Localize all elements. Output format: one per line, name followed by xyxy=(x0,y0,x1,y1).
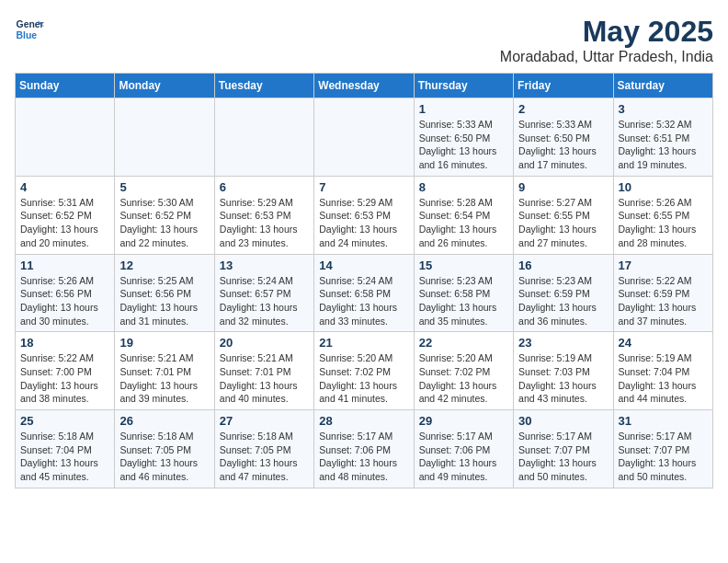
calendar-cell: 23Sunrise: 5:19 AM Sunset: 7:03 PM Dayli… xyxy=(514,332,613,410)
day-number: 12 xyxy=(119,259,209,272)
location-title: Moradabad, Uttar Pradesh, India xyxy=(500,49,713,65)
day-info: Sunrise: 5:23 AM Sunset: 6:59 PM Dayligh… xyxy=(518,274,608,328)
calendar-cell: 6Sunrise: 5:29 AM Sunset: 6:53 PM Daylig… xyxy=(214,176,313,254)
calendar-cell: 5Sunrise: 5:30 AM Sunset: 6:52 PM Daylig… xyxy=(115,176,214,254)
day-info: Sunrise: 5:30 AM Sunset: 6:52 PM Dayligh… xyxy=(119,196,209,250)
day-number: 11 xyxy=(20,259,109,272)
day-number: 5 xyxy=(119,180,209,194)
page-header: General Blue May 2025 Moradabad, Uttar P… xyxy=(15,15,713,65)
week-row-2: 4Sunrise: 5:31 AM Sunset: 6:52 PM Daylig… xyxy=(16,176,713,254)
calendar-cell: 30Sunrise: 5:17 AM Sunset: 7:07 PM Dayli… xyxy=(514,410,613,488)
header-monday: Monday xyxy=(115,74,214,98)
calendar-header-row: SundayMondayTuesdayWednesdayThursdayFrid… xyxy=(16,74,713,98)
calendar-cell: 18Sunrise: 5:22 AM Sunset: 7:00 PM Dayli… xyxy=(16,332,115,410)
day-number: 23 xyxy=(518,336,608,350)
header-saturday: Saturday xyxy=(613,74,712,98)
calendar-cell: 28Sunrise: 5:17 AM Sunset: 7:06 PM Dayli… xyxy=(314,410,414,488)
logo: General Blue xyxy=(15,15,44,44)
calendar-cell xyxy=(115,98,214,177)
header-tuesday: Tuesday xyxy=(214,74,313,98)
day-number: 29 xyxy=(419,414,508,428)
header-thursday: Thursday xyxy=(414,74,513,98)
day-number: 31 xyxy=(619,414,708,428)
calendar-cell: 24Sunrise: 5:19 AM Sunset: 7:04 PM Dayli… xyxy=(613,332,712,410)
day-info: Sunrise: 5:23 AM Sunset: 6:58 PM Dayligh… xyxy=(419,274,508,328)
calendar-cell xyxy=(314,98,414,177)
day-info: Sunrise: 5:20 AM Sunset: 7:02 PM Dayligh… xyxy=(419,351,508,406)
day-info: Sunrise: 5:18 AM Sunset: 7:05 PM Dayligh… xyxy=(220,430,309,484)
calendar-cell: 15Sunrise: 5:23 AM Sunset: 6:58 PM Dayli… xyxy=(414,254,513,332)
calendar-cell: 27Sunrise: 5:18 AM Sunset: 7:05 PM Dayli… xyxy=(214,410,313,488)
day-info: Sunrise: 5:22 AM Sunset: 7:00 PM Dayligh… xyxy=(20,351,109,406)
calendar-cell: 25Sunrise: 5:18 AM Sunset: 7:04 PM Dayli… xyxy=(16,410,115,488)
week-row-1: 1Sunrise: 5:33 AM Sunset: 6:50 PM Daylig… xyxy=(16,98,713,177)
day-number: 1 xyxy=(419,102,508,116)
calendar-cell: 12Sunrise: 5:25 AM Sunset: 6:56 PM Dayli… xyxy=(115,254,214,332)
day-number: 9 xyxy=(518,180,608,194)
header-wednesday: Wednesday xyxy=(314,74,414,98)
day-number: 15 xyxy=(419,259,508,272)
day-info: Sunrise: 5:28 AM Sunset: 6:54 PM Dayligh… xyxy=(419,196,508,250)
day-number: 6 xyxy=(220,180,309,194)
logo-icon: General Blue xyxy=(15,15,44,44)
calendar-cell: 26Sunrise: 5:18 AM Sunset: 7:05 PM Dayli… xyxy=(115,410,214,488)
day-info: Sunrise: 5:24 AM Sunset: 6:57 PM Dayligh… xyxy=(220,274,309,328)
calendar-cell: 31Sunrise: 5:17 AM Sunset: 7:07 PM Dayli… xyxy=(613,410,712,488)
month-title: May 2025 xyxy=(500,15,713,49)
calendar-cell: 4Sunrise: 5:31 AM Sunset: 6:52 PM Daylig… xyxy=(16,176,115,254)
day-info: Sunrise: 5:22 AM Sunset: 6:59 PM Dayligh… xyxy=(619,274,708,328)
calendar-cell: 10Sunrise: 5:26 AM Sunset: 6:55 PM Dayli… xyxy=(613,176,712,254)
day-info: Sunrise: 5:17 AM Sunset: 7:06 PM Dayligh… xyxy=(419,430,508,484)
day-info: Sunrise: 5:17 AM Sunset: 7:06 PM Dayligh… xyxy=(319,430,408,484)
day-info: Sunrise: 5:21 AM Sunset: 7:01 PM Dayligh… xyxy=(220,351,309,406)
calendar-cell: 29Sunrise: 5:17 AM Sunset: 7:06 PM Dayli… xyxy=(414,410,513,488)
calendar-cell: 22Sunrise: 5:20 AM Sunset: 7:02 PM Dayli… xyxy=(414,332,513,410)
calendar-cell: 8Sunrise: 5:28 AM Sunset: 6:54 PM Daylig… xyxy=(414,176,513,254)
week-row-4: 18Sunrise: 5:22 AM Sunset: 7:00 PM Dayli… xyxy=(16,332,713,410)
day-info: Sunrise: 5:18 AM Sunset: 7:04 PM Dayligh… xyxy=(20,430,109,484)
calendar-cell xyxy=(214,98,313,177)
day-info: Sunrise: 5:31 AM Sunset: 6:52 PM Dayligh… xyxy=(20,196,109,250)
calendar-cell: 2Sunrise: 5:33 AM Sunset: 6:50 PM Daylig… xyxy=(514,98,613,177)
day-number: 25 xyxy=(20,414,109,428)
calendar-cell: 20Sunrise: 5:21 AM Sunset: 7:01 PM Dayli… xyxy=(214,332,313,410)
day-number: 27 xyxy=(220,414,309,428)
day-info: Sunrise: 5:25 AM Sunset: 6:56 PM Dayligh… xyxy=(119,274,209,328)
day-number: 10 xyxy=(619,180,708,194)
day-info: Sunrise: 5:18 AM Sunset: 7:05 PM Dayligh… xyxy=(119,430,209,484)
day-info: Sunrise: 5:19 AM Sunset: 7:04 PM Dayligh… xyxy=(619,351,708,406)
calendar-cell: 1Sunrise: 5:33 AM Sunset: 6:50 PM Daylig… xyxy=(414,98,513,177)
day-info: Sunrise: 5:33 AM Sunset: 6:50 PM Dayligh… xyxy=(518,118,608,172)
day-number: 16 xyxy=(518,259,608,272)
week-row-5: 25Sunrise: 5:18 AM Sunset: 7:04 PM Dayli… xyxy=(16,410,713,488)
day-info: Sunrise: 5:26 AM Sunset: 6:56 PM Dayligh… xyxy=(20,274,109,328)
day-number: 20 xyxy=(220,336,309,350)
day-number: 3 xyxy=(619,102,708,116)
week-row-3: 11Sunrise: 5:26 AM Sunset: 6:56 PM Dayli… xyxy=(16,254,713,332)
day-info: Sunrise: 5:19 AM Sunset: 7:03 PM Dayligh… xyxy=(518,351,608,406)
day-number: 22 xyxy=(419,336,508,350)
day-number: 14 xyxy=(319,259,408,272)
day-number: 24 xyxy=(619,336,708,350)
day-number: 21 xyxy=(319,336,408,350)
day-number: 8 xyxy=(419,180,508,194)
calendar-cell: 17Sunrise: 5:22 AM Sunset: 6:59 PM Dayli… xyxy=(613,254,712,332)
day-number: 2 xyxy=(518,102,608,116)
day-info: Sunrise: 5:21 AM Sunset: 7:01 PM Dayligh… xyxy=(119,351,209,406)
calendar-cell xyxy=(16,98,115,177)
header-sunday: Sunday xyxy=(16,74,115,98)
day-number: 30 xyxy=(518,414,608,428)
day-number: 7 xyxy=(319,180,408,194)
svg-text:Blue: Blue xyxy=(17,30,38,40)
calendar-cell: 3Sunrise: 5:32 AM Sunset: 6:51 PM Daylig… xyxy=(613,98,712,177)
calendar-cell: 14Sunrise: 5:24 AM Sunset: 6:58 PM Dayli… xyxy=(314,254,414,332)
day-info: Sunrise: 5:17 AM Sunset: 7:07 PM Dayligh… xyxy=(619,430,708,484)
day-info: Sunrise: 5:29 AM Sunset: 6:53 PM Dayligh… xyxy=(220,196,309,250)
day-info: Sunrise: 5:17 AM Sunset: 7:07 PM Dayligh… xyxy=(518,430,608,484)
calendar-cell: 11Sunrise: 5:26 AM Sunset: 6:56 PM Dayli… xyxy=(16,254,115,332)
day-info: Sunrise: 5:24 AM Sunset: 6:58 PM Dayligh… xyxy=(319,274,408,328)
day-number: 19 xyxy=(119,336,209,350)
calendar-cell: 16Sunrise: 5:23 AM Sunset: 6:59 PM Dayli… xyxy=(514,254,613,332)
day-info: Sunrise: 5:20 AM Sunset: 7:02 PM Dayligh… xyxy=(319,351,408,406)
day-info: Sunrise: 5:27 AM Sunset: 6:55 PM Dayligh… xyxy=(518,196,608,250)
